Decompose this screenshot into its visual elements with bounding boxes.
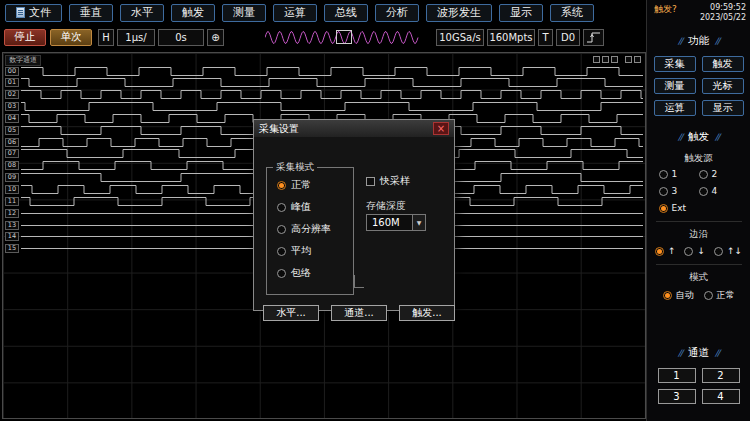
- menu-horizontal-label: 水平: [131, 5, 153, 20]
- trigger-settings-button[interactable]: 触发...: [399, 305, 455, 321]
- menu-bus-label: 总线: [335, 5, 357, 20]
- source-2-label: 2: [712, 169, 718, 179]
- edge-options: ↑ ↓ ↑↓: [655, 246, 742, 256]
- stop-button[interactable]: 停止: [4, 29, 46, 46]
- menu-display[interactable]: 显示: [499, 4, 543, 22]
- trigger-source-box[interactable]: D0: [556, 29, 580, 46]
- radio-peak[interactable]: 峰值: [277, 200, 311, 214]
- zoom-icon[interactable]: ⊕: [207, 29, 224, 46]
- menu-bus[interactable]: 总线: [324, 4, 368, 22]
- divider: [656, 221, 742, 222]
- menu-trigger-label: 触发: [182, 5, 204, 20]
- menu-math-label: 运算: [284, 5, 306, 20]
- source-3-option[interactable]: 3: [659, 186, 699, 196]
- mode-normal-option[interactable]: 正常: [704, 289, 735, 302]
- horizontal-settings-button[interactable]: 水平...: [263, 305, 319, 321]
- rising-edge-icon: ↑: [668, 246, 676, 256]
- fast-sample-checkbox-row[interactable]: 快采样: [366, 174, 410, 188]
- channel-label: 10: [5, 185, 19, 194]
- menu-file[interactable]: 文件: [5, 4, 62, 22]
- channel-1-button[interactable]: 1: [658, 368, 696, 383]
- fn-measure-button[interactable]: 测量: [654, 78, 696, 94]
- channel-label: 01: [5, 78, 19, 87]
- radio-normal[interactable]: 正常: [277, 178, 311, 192]
- t-indicator: T: [538, 29, 553, 46]
- mode-auto-label: 自动: [676, 289, 694, 302]
- menu-horizontal[interactable]: 水平: [120, 4, 164, 22]
- radio-dot: [659, 187, 668, 196]
- trigger-slope-icon[interactable]: [583, 29, 604, 46]
- fn-acquire-button[interactable]: 采集: [654, 56, 696, 72]
- radio-dot: [704, 291, 713, 300]
- fn-trigger-button[interactable]: 触发: [702, 56, 744, 72]
- channel-2-button[interactable]: 2: [702, 368, 740, 383]
- radio-dot: [663, 291, 672, 300]
- slash-icon: ∕∕: [678, 36, 682, 46]
- channel-label: 11: [5, 197, 19, 206]
- channel-label: 02: [5, 90, 19, 99]
- channel-label: 08: [5, 161, 19, 170]
- source-1-option[interactable]: 1: [659, 169, 699, 179]
- radio-peak-label: 峰值: [291, 200, 311, 214]
- channel-3-button[interactable]: 3: [658, 389, 696, 404]
- trigger-source-label: 触发源: [684, 152, 713, 165]
- fn-math-button[interactable]: 运算: [654, 100, 696, 116]
- radio-normal-label: 正常: [291, 178, 311, 192]
- channel-row: 01: [5, 77, 645, 88]
- mode-auto-option[interactable]: 自动: [663, 289, 694, 302]
- source-4-option[interactable]: 4: [699, 186, 739, 196]
- menu-analysis[interactable]: 分析: [375, 4, 419, 22]
- source-ext-option[interactable]: Ext: [659, 203, 699, 213]
- mode-normal-label: 正常: [717, 289, 735, 302]
- single-button[interactable]: 单次: [50, 29, 92, 46]
- timebase-box[interactable]: 1μs/: [117, 29, 155, 46]
- source-1-label: 1: [672, 169, 678, 179]
- dialog-title-bar[interactable]: 采集设置 ×: [254, 120, 454, 137]
- status-row: 触发? 09:59:52 2023/05/22: [647, 0, 750, 22]
- edge-either-option[interactable]: ↑↓: [714, 246, 742, 256]
- trigger-header-label: 触发: [688, 130, 709, 144]
- date: 2023/05/22: [700, 13, 746, 23]
- radio-envelope[interactable]: 包络: [277, 266, 311, 280]
- channel-label: 09: [5, 173, 19, 182]
- memory-depth-label: 存储深度: [366, 199, 406, 213]
- radio-average[interactable]: 平均: [277, 244, 311, 258]
- menu-vertical[interactable]: 垂直: [69, 4, 113, 22]
- radio-dot: [277, 269, 286, 278]
- trigger-section-header: ∕∕ 触发 ∕∕: [678, 130, 719, 144]
- acquire-settings-dialog: 采集设置 × 采集模式 正常 峰值 高分辨率: [253, 119, 455, 311]
- edge-rising-option[interactable]: ↑: [655, 246, 676, 256]
- acquire-mode-legend: 采集模式: [273, 161, 317, 174]
- menu-measure[interactable]: 测量: [222, 4, 266, 22]
- memory-depth-dropdown[interactable]: 160M ▼: [366, 214, 426, 231]
- close-icon[interactable]: ×: [433, 122, 449, 135]
- fn-cursor-button[interactable]: 光标: [702, 78, 744, 94]
- memory-depth-box: 160Mpts: [487, 29, 535, 46]
- menu-system[interactable]: 系统: [550, 4, 594, 22]
- menu-file-label: 文件: [29, 5, 51, 20]
- trigger-position-marker[interactable]: [336, 30, 352, 44]
- radio-dot: [684, 247, 693, 256]
- channel-waveform: [21, 77, 643, 88]
- horizontal-position-box[interactable]: 0s: [158, 29, 204, 46]
- menu-display-label: 显示: [510, 5, 532, 20]
- source-2-option[interactable]: 2: [699, 169, 739, 179]
- oscilloscope-screen: 文件 垂直 水平 触发 测量 运算 总线 分析 波形发生 显示 系统 停止 单次…: [0, 0, 750, 421]
- fn-display-button[interactable]: 显示: [702, 100, 744, 116]
- channel-label: 14: [5, 232, 19, 241]
- edge-falling-option[interactable]: ↓: [684, 246, 705, 256]
- radio-hires[interactable]: 高分辨率: [277, 222, 331, 236]
- channel-4-button[interactable]: 4: [702, 389, 740, 404]
- fast-sample-checkbox[interactable]: [366, 177, 375, 186]
- menu-wavegen[interactable]: 波形发生: [426, 4, 492, 22]
- source-ext-label: Ext: [672, 203, 687, 213]
- channel-header-label: 通道: [688, 346, 709, 360]
- menu-trigger[interactable]: 触发: [171, 4, 215, 22]
- trigger-mode-label: 模式: [689, 271, 708, 284]
- channel-waveform: [21, 101, 643, 112]
- menu-math[interactable]: 运算: [273, 4, 317, 22]
- channel-settings-button[interactable]: 通道...: [331, 305, 387, 321]
- divider: [656, 264, 742, 265]
- waveform-preview[interactable]: [265, 29, 422, 46]
- file-icon: [16, 7, 25, 18]
